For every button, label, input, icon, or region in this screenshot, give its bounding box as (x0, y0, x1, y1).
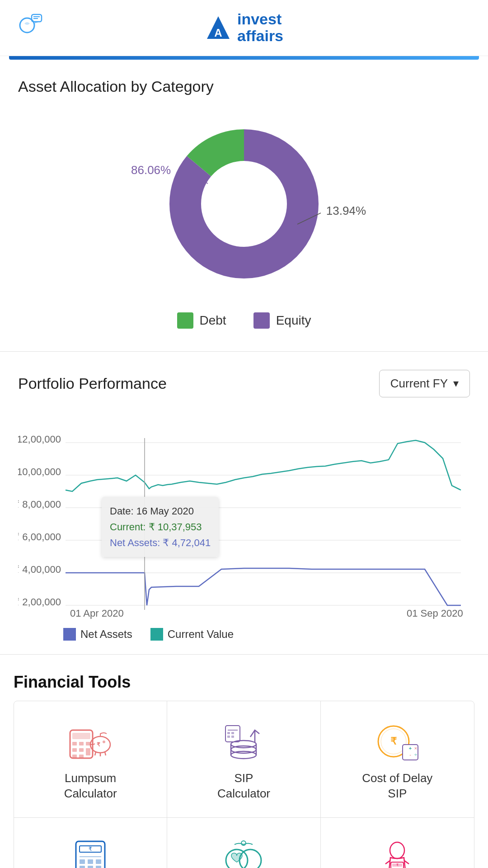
cost-delay-label: Cost of DelaySIP (362, 771, 432, 802)
period-dropdown-label: Current FY (390, 377, 448, 391)
svg-rect-54 (227, 736, 230, 738)
donut-chart-container: 86.06% 13.94% (18, 109, 470, 338)
svg-rect-27 (150, 628, 163, 641)
financial-tools-title: Financial Tools (14, 673, 474, 692)
equity-swatch (253, 312, 270, 329)
net-assets-label: Net Assets (80, 628, 132, 641)
svg-text:₹ 2,00,000: ₹ 2,00,000 (18, 596, 61, 608)
performance-header: Portfolio Performance Current FY ▾ (18, 370, 470, 397)
svg-text:01 Sep 2020: 01 Sep 2020 (407, 608, 463, 619)
svg-rect-52 (227, 732, 230, 734)
tools-grid: ₹ LumpsumCalculator (14, 701, 474, 868)
svg-text:÷: ÷ (414, 752, 417, 757)
svg-rect-73 (96, 866, 101, 868)
svg-text:₹: ₹ (89, 846, 92, 852)
portfolio-title: Portfolio Performance (18, 375, 167, 392)
svg-rect-53 (231, 732, 234, 734)
legend-equity: Equity (253, 312, 311, 329)
svg-rect-55 (231, 736, 234, 738)
lumpsum-label: LumpsumCalculator (64, 771, 117, 802)
svg-rect-37 (79, 755, 84, 758)
app-logo: A invest affairs (205, 11, 283, 45)
svg-text:₹ 6,00,000: ₹ 6,00,000 (18, 531, 61, 542)
svg-rect-30 (72, 742, 77, 745)
cost-of-delay-sip-item[interactable]: ₹ + × - ÷ Cost of DelaySIP (321, 701, 474, 818)
svg-point-75 (239, 849, 261, 868)
net-assets-swatch (63, 628, 76, 641)
app-header: A invest affairs (0, 0, 488, 56)
sip-label: SIPCalculator (217, 771, 270, 802)
debt-label: Debt (200, 313, 226, 328)
tax-calculator-item[interactable]: ₹ TaxCalculator (14, 818, 167, 868)
svg-text:₹: ₹ (97, 741, 100, 748)
tax-icon: ₹ (68, 838, 113, 868)
svg-point-8 (203, 163, 285, 245)
logo-invest: invest (237, 11, 283, 28)
lumpsum-calculator-item[interactable]: ₹ LumpsumCalculator (14, 701, 167, 818)
phone-chat-icon[interactable] (18, 11, 43, 38)
svg-text:×: × (414, 745, 417, 751)
svg-text:A: A (214, 27, 222, 39)
cost-delay-icon: ₹ + × - ÷ (375, 721, 420, 762)
sip-calculator-item[interactable]: SIPCalculator (167, 701, 320, 818)
svg-rect-36 (72, 755, 77, 758)
top-accent-bar (9, 56, 479, 60)
equity-percent-label: 13.94% (326, 204, 366, 218)
net-assets-legend: Net Assets (63, 628, 132, 641)
svg-text:01 Apr 2020: 01 Apr 2020 (70, 608, 124, 619)
svg-point-76 (241, 841, 246, 845)
current-value-legend: Current Value (150, 628, 234, 641)
svg-text:₹: ₹ (396, 863, 399, 867)
svg-point-77 (390, 842, 404, 859)
svg-text:₹ 10,00,000: ₹ 10,00,000 (18, 466, 61, 477)
marriage-icon (221, 838, 266, 868)
equity-label: Equity (276, 313, 311, 328)
lumpsum-icon: ₹ (68, 721, 113, 762)
portfolio-chart: ₹ 2,00,000 ₹ 4,00,000 ₹ 6,00,000 ₹ 8,00,… (18, 411, 470, 619)
chart-legend: Debt Equity (177, 312, 311, 329)
svg-text:+: + (409, 745, 412, 751)
svg-text:₹ 8,00,000: ₹ 8,00,000 (18, 499, 61, 510)
svg-rect-70 (96, 859, 101, 864)
retirement-calculator-item[interactable]: ₹ RetirementCalculator (321, 818, 474, 868)
period-dropdown[interactable]: Current FY ▾ (379, 370, 470, 397)
legend-debt: Debt (177, 312, 226, 329)
svg-rect-72 (88, 866, 93, 868)
retirement-icon: ₹ (375, 838, 420, 868)
svg-text:₹: ₹ (390, 736, 397, 747)
chart-bottom-legend: Net Assets Current Value (18, 628, 470, 641)
svg-rect-31 (79, 742, 84, 745)
financial-tools-section: Financial Tools (0, 655, 488, 868)
svg-rect-68 (80, 859, 85, 864)
svg-rect-71 (80, 866, 85, 868)
current-value-label: Current Value (168, 628, 234, 641)
svg-text:-: - (409, 752, 411, 757)
svg-rect-26 (63, 628, 76, 641)
svg-rect-32 (86, 742, 90, 745)
asset-allocation-title: Asset Allocation by Category (18, 78, 470, 95)
logo-affairs: affairs (237, 28, 283, 44)
chevron-down-icon: ▾ (453, 377, 459, 390)
debt-swatch (177, 312, 193, 329)
svg-rect-33 (72, 748, 77, 752)
svg-line-40 (95, 752, 96, 755)
portfolio-performance-section: Portfolio Performance Current FY ▾ ₹ 2,0… (0, 352, 488, 655)
svg-text:₹ 12,00,000: ₹ 12,00,000 (18, 434, 61, 445)
svg-rect-29 (72, 733, 90, 739)
svg-line-42 (105, 752, 106, 755)
svg-rect-69 (88, 859, 93, 864)
svg-point-39 (103, 741, 105, 743)
marriage-calculator-item[interactable]: MarriageCalculator (167, 818, 320, 868)
svg-rect-34 (79, 748, 84, 752)
sip-icon (221, 721, 266, 762)
debt-percent-label: 86.06% (131, 163, 171, 177)
asset-allocation-section: Asset Allocation by Category 86.06% 13.9… (0, 60, 488, 352)
current-value-swatch (150, 628, 163, 641)
svg-text:₹ 4,00,000: ₹ 4,00,000 (18, 564, 61, 575)
svg-rect-35 (86, 748, 90, 755)
donut-chart: 86.06% 13.94% (158, 118, 330, 290)
